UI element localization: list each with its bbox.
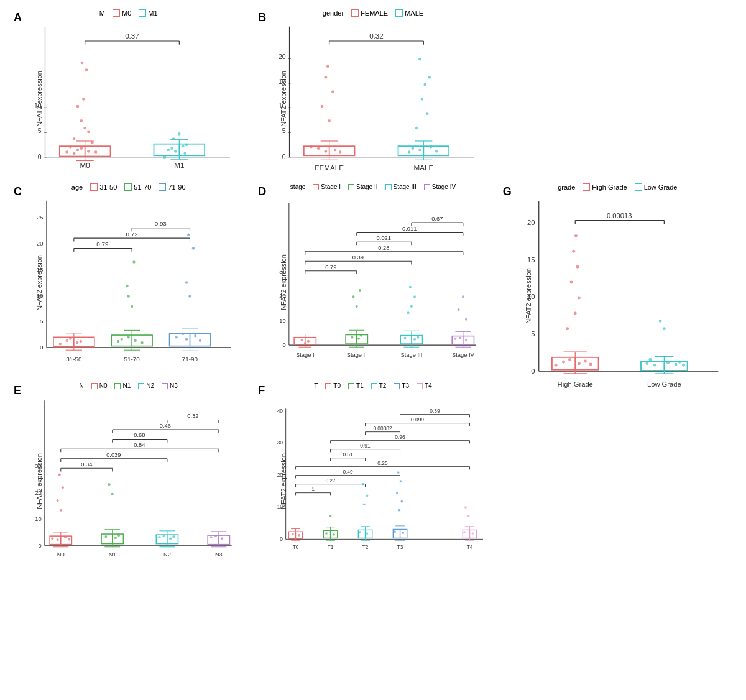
panel-A-svg: 0 5 10 0.37 (12, 18, 244, 180)
svg-point-434 (333, 533, 336, 536)
svg-point-334 (57, 499, 59, 502)
svg-text:5: 5 (282, 127, 286, 134)
svg-point-336 (58, 474, 61, 476)
panel-E: E N N0 N1 N2 N3 NFAT2 expression (6, 379, 251, 578)
svg-point-91 (418, 149, 421, 152)
svg-text:MALE: MALE (414, 163, 434, 172)
svg-text:5: 5 (40, 318, 44, 325)
legend-N0: N0 (91, 382, 108, 389)
svg-point-369 (214, 535, 217, 537)
svg-point-289 (648, 358, 652, 361)
svg-text:1: 1 (312, 486, 315, 492)
svg-point-49 (163, 155, 167, 159)
legend-M1: M1 (139, 9, 157, 17)
legend-stage-I: Stage I (313, 183, 341, 190)
svg-text:0: 0 (38, 543, 41, 549)
svg-point-46 (178, 132, 181, 136)
svg-text:0.39: 0.39 (430, 408, 441, 414)
svg-point-164 (187, 233, 190, 236)
svg-point-368 (221, 537, 223, 540)
svg-text:20: 20 (36, 240, 43, 247)
svg-point-131 (59, 343, 62, 345)
svg-text:T2: T2 (362, 544, 369, 550)
svg-point-243 (458, 308, 460, 311)
svg-point-285 (666, 361, 670, 364)
svg-text:T1: T1 (328, 544, 334, 550)
svg-point-231 (409, 286, 412, 288)
svg-point-202 (301, 339, 303, 341)
svg-text:0.32: 0.32 (369, 32, 384, 40)
panel-A-chart: NFAT2 expression 0 5 10 0.37 (12, 18, 244, 180)
svg-point-215 (356, 305, 358, 308)
svg-point-43 (174, 150, 177, 153)
svg-text:10: 10 (35, 516, 41, 522)
panel-E-chart: NFAT2 expression 0 10 20 30 0.34 0.039 (12, 390, 244, 572)
svg-text:0: 0 (280, 536, 283, 542)
svg-text:0.68: 0.68 (134, 432, 145, 438)
svg-point-30 (91, 141, 94, 144)
svg-point-128 (66, 339, 68, 342)
panel-C-y-label: NFAT2 expression (35, 255, 43, 311)
svg-point-458 (401, 500, 403, 503)
svg-point-96 (426, 112, 429, 115)
svg-point-98 (424, 83, 427, 86)
svg-point-93 (408, 150, 411, 154)
svg-text:0.93: 0.93 (155, 220, 167, 227)
panel-F: F T T0 T1 T2 T3 T4 (251, 379, 495, 578)
svg-point-283 (645, 362, 648, 365)
legend-high-grade: High Grade (583, 183, 627, 191)
svg-point-18 (76, 149, 80, 152)
svg-point-97 (421, 98, 424, 101)
svg-point-241 (459, 337, 461, 339)
svg-text:0.39: 0.39 (352, 254, 364, 260)
svg-text:High Grade: High Grade (557, 380, 592, 388)
svg-point-212 (351, 336, 354, 339)
panel-D-legend: stage Stage I Stage II Stage III Stage I… (290, 183, 456, 190)
svg-point-28 (82, 98, 85, 101)
svg-text:71-90: 71-90 (182, 356, 198, 362)
svg-point-333 (60, 509, 62, 512)
svg-text:M1: M1 (174, 161, 184, 169)
svg-text:N2: N2 (163, 551, 171, 558)
svg-text:Stage I: Stage I (296, 352, 315, 358)
svg-point-26 (87, 130, 90, 133)
legend-T3: T3 (394, 382, 409, 389)
panel-F-y-label: NFAT2 expression (280, 453, 287, 509)
svg-text:N3: N3 (215, 551, 223, 558)
panel-G: G grade High Grade Low Grade NFAT2 expre… (495, 180, 740, 379)
svg-point-347 (111, 493, 114, 495)
panel-B-y-label: NFAT2 expression (280, 71, 287, 127)
svg-text:M0: M0 (80, 161, 91, 169)
svg-point-329 (51, 537, 53, 540)
svg-text:20: 20 (527, 219, 535, 226)
svg-point-445 (363, 503, 366, 505)
svg-point-143 (140, 341, 143, 344)
svg-point-358 (172, 535, 175, 538)
svg-point-142 (134, 339, 136, 342)
legend-31-50: 31-50 (90, 183, 117, 191)
svg-point-214 (360, 334, 362, 336)
legend-title-A: M (99, 9, 105, 17)
svg-text:0.79: 0.79 (96, 241, 109, 247)
svg-text:0.25: 0.25 (378, 460, 389, 466)
svg-point-272 (569, 281, 573, 284)
svg-point-284 (653, 364, 656, 367)
panel-F-chart: NFAT2 expression 0 10 20 30 40 1 0.27 (257, 390, 489, 572)
svg-point-76 (310, 145, 313, 149)
svg-text:5: 5 (531, 330, 535, 338)
svg-point-73 (317, 147, 320, 150)
svg-text:Low Grade: Low Grade (647, 380, 681, 388)
svg-point-80 (331, 90, 334, 93)
svg-text:0.28: 0.28 (379, 245, 390, 251)
svg-point-240 (465, 339, 467, 341)
svg-point-44 (167, 149, 170, 152)
svg-point-470 (472, 532, 474, 535)
svg-text:40: 40 (277, 408, 283, 414)
svg-text:0.67: 0.67 (432, 216, 443, 222)
svg-text:0.021: 0.021 (377, 235, 391, 241)
svg-text:25: 25 (36, 214, 43, 221)
svg-point-47 (172, 137, 175, 140)
panel-C: C age 31-50 51-70 71-90 NFAT2 expression… (6, 180, 251, 379)
svg-point-45 (185, 143, 188, 146)
svg-point-216 (352, 295, 355, 298)
